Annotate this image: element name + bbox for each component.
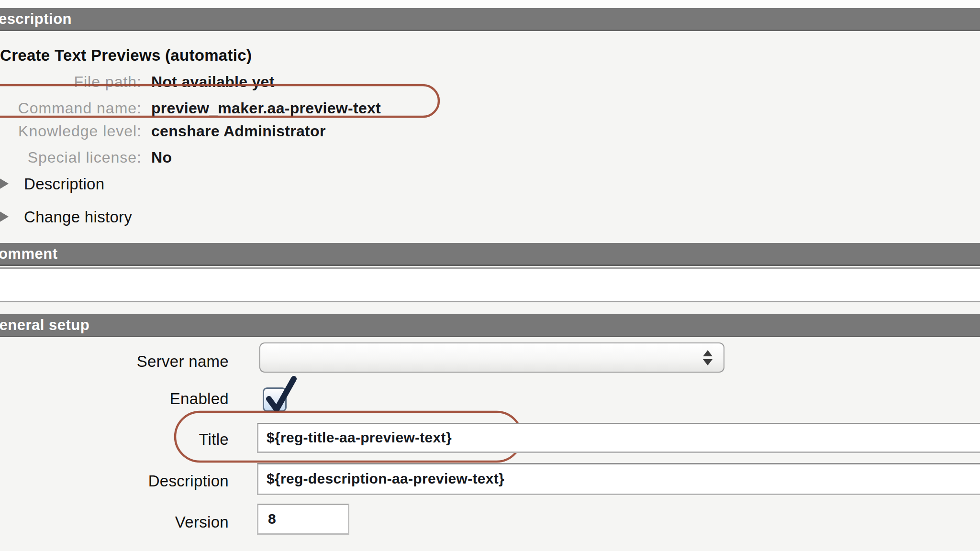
knowledge-level-label: Knowledge level: xyxy=(0,121,142,141)
enabled-label: Enabled xyxy=(0,389,229,408)
file-path-value: Not available yet xyxy=(151,72,275,92)
knowledge-level-value: censhare Administrator xyxy=(151,121,326,141)
version-input[interactable]: 8 xyxy=(257,504,349,535)
arrow-up-icon xyxy=(703,350,713,356)
section-header-description-label: Description xyxy=(0,8,72,30)
page-title: Create Text Previews (automatic) xyxy=(0,46,252,65)
collapsed-section-change-history[interactable]: Change history xyxy=(24,208,132,226)
server-name-select[interactable] xyxy=(259,342,724,373)
title-input-value: ${reg-title-aa-preview-text} xyxy=(258,424,980,451)
command-name-value: preview_maker.aa-preview-text xyxy=(151,98,381,118)
title-label: Title xyxy=(0,430,229,449)
section-header-comment: Comment xyxy=(0,243,980,266)
checkmark-icon xyxy=(264,375,298,414)
description-label: Description xyxy=(0,472,229,491)
top-strip xyxy=(0,0,980,8)
stepper-arrows-icon[interactable] xyxy=(702,350,713,365)
disclosure-triangle-icon[interactable] xyxy=(0,176,9,191)
version-label: Version xyxy=(0,513,229,532)
description-input-value: ${reg-description-aa-preview-text} xyxy=(258,464,980,493)
title-input[interactable]: ${reg-title-aa-preview-text} xyxy=(257,423,980,453)
section-header-description: Description xyxy=(0,8,980,31)
section-header-comment-label: Comment xyxy=(0,243,57,264)
command-name-label: Command name: xyxy=(0,98,142,118)
admin-config-panel: Description Create Text Previews (automa… xyxy=(0,0,980,551)
arrow-down-icon xyxy=(703,359,713,365)
comment-input[interactable] xyxy=(0,267,980,302)
version-input-value: 8 xyxy=(258,505,348,533)
file-path-label: File path: xyxy=(0,72,142,92)
description-input[interactable]: ${reg-description-aa-preview-text} xyxy=(257,463,980,495)
collapsed-section-description[interactable]: Description xyxy=(24,175,104,193)
special-license-label: Special license: xyxy=(0,147,142,167)
special-license-value: No xyxy=(151,147,172,167)
server-name-label: Server name xyxy=(0,352,229,371)
section-header-general-setup: General setup xyxy=(0,314,980,337)
section-header-general-setup-label: General setup xyxy=(0,314,89,336)
disclosure-triangle-icon[interactable] xyxy=(0,209,9,224)
